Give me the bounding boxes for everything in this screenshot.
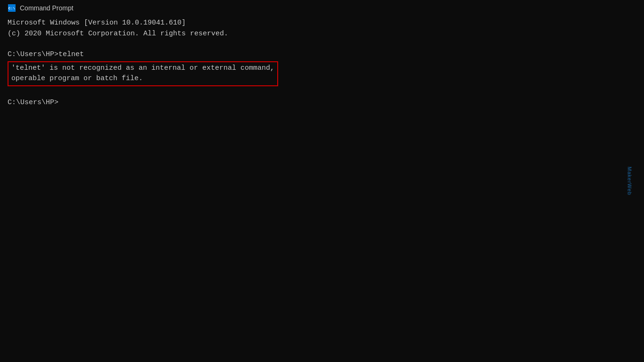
watermark: MakerWeb [627, 167, 633, 196]
cmd-window-icon: C:\ [8, 4, 16, 12]
blank-line-2 [8, 87, 636, 98]
error-box: 'telnet' is not recognized as an interna… [8, 61, 278, 86]
blank-line-1 [8, 39, 636, 49]
cmd-icon-text: C:\ [8, 6, 15, 10]
cmd-icon-graphic: C:\ [8, 4, 16, 12]
error-line-2: operable program or batch file. [11, 74, 274, 84]
copyright-line: (c) 2020 Microsoft Corporation. All righ… [8, 29, 636, 40]
current-prompt-line: C:\Users\HP> [8, 98, 636, 108]
window-title: Command Prompt [20, 4, 74, 12]
console-area: Microsoft Windows [Version 10.0.19041.61… [0, 16, 644, 115]
windows-version-line: Microsoft Windows [Version 10.0.19041.61… [8, 18, 636, 29]
telnet-prompt-line: C:\Users\HP>telnet [8, 49, 636, 60]
error-line-1: 'telnet' is not recognized as an interna… [11, 63, 274, 74]
titlebar: C:\ Command Prompt [0, 0, 644, 16]
